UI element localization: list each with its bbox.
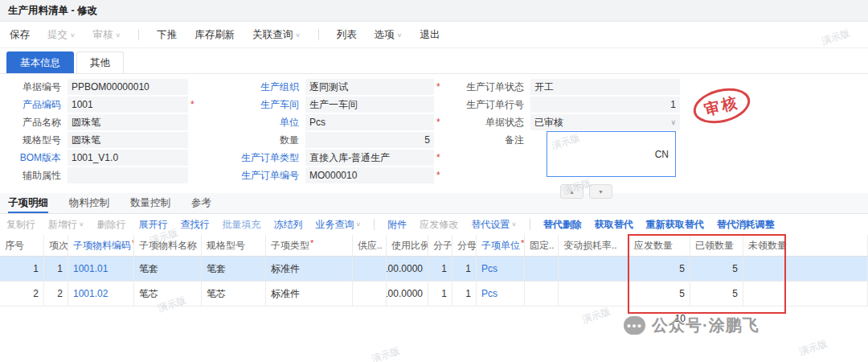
submit-button[interactable]: 提交∨ [47,28,76,42]
cell-unit[interactable]: Pcs [477,257,525,281]
product-name-field[interactable]: 圆珠笔 [68,114,188,130]
required-mark: * [521,238,524,248]
cell-unit[interactable]: Pcs [477,282,525,306]
form-row: 辅助属性 [5,167,188,183]
tab-other[interactable]: 其他 [76,51,124,73]
business-query-label: 业务查询 [316,218,354,232]
col-header-item[interactable]: 项次 [44,235,68,256]
freeze-column-button[interactable]: 冻结列 [274,218,303,232]
save-button[interactable]: 保存 [10,28,30,42]
prod-org-field[interactable]: 逐同测试 [305,79,434,95]
product-code-field[interactable]: 1001 [68,97,188,113]
copy-row-button[interactable]: 复制行 [6,218,35,232]
reget-substitute-button[interactable]: 重新获取替代 [646,218,704,232]
col-header-ratio[interactable]: 使用比例(%) [387,235,428,256]
expand-row-button[interactable]: 展开行 [139,218,168,232]
col-header-unreceived-qty[interactable]: 未领数量 [743,235,868,256]
mo-line-no-field[interactable]: 1 [530,97,680,113]
col-header-should-qty[interactable]: 应发数量 [629,235,690,256]
mo-type-label[interactable]: 生产订单类型 [238,151,305,165]
bom-version-field[interactable]: 1001_V1.0 [68,150,188,166]
find-row-button[interactable]: 查找行 [181,218,210,232]
col-header-denominator[interactable]: 分母 [452,235,477,256]
prod-org-label[interactable]: 生产组织 [238,80,305,94]
exit-button[interactable]: 退出 [420,28,440,42]
main-toolbar: 保存 提交∨ 审核∨ 下推 库存刷新 关联查询∨ 列表 选项∨ 退出 [0,22,868,48]
substitute-delete-button[interactable]: 替代删除 [543,218,582,232]
mo-status-field[interactable]: 开工 [530,79,680,95]
col-header-code[interactable]: 子项物料编码* [68,235,134,256]
tab-basic-info[interactable]: 基本信息 [6,51,74,73]
batch-fill-button[interactable]: 批量填充 [223,218,261,232]
chevron-down-icon: ∨ [511,221,517,227]
add-row-button[interactable]: 新增行∨ [48,218,84,232]
push-down-button[interactable]: 下推 [157,28,177,42]
cell-numerator: 1 [428,282,452,306]
spec-model-field[interactable]: 圆珠笔 [68,132,188,148]
col-header-type[interactable]: 子项类型* [266,235,353,256]
list-button[interactable]: 列表 [337,28,357,42]
required-mark: * [436,170,440,181]
doc-status-select[interactable]: 已审核∨ [530,114,680,130]
cell-spec: 笔芯 [202,282,266,306]
grid-total-row: 10 [0,306,868,331]
audit-button[interactable]: 审核∨ [93,28,121,42]
col-header-supply[interactable]: 供应.. [353,235,387,256]
col-header-received-qty[interactable]: 已领数量 [690,235,743,256]
bom-version-label[interactable]: BOM版本 [5,151,68,165]
attachment-button[interactable]: 附件 [387,218,407,232]
prod-workshop-field[interactable]: 生产一车间 [305,97,434,113]
scroll-up-button[interactable]: ▲ [560,184,583,199]
remark-value: CN [655,149,669,160]
col-header-seq[interactable]: 序号 [0,235,44,256]
col-header-numerator[interactable]: 分子 [428,235,452,256]
cell-code[interactable]: 1001.02 [68,282,134,306]
substitute-set-button[interactable]: 替代设置∨ [471,218,517,232]
col-header-varloss[interactable]: 变动损耗率.. [559,235,629,256]
form-row: 单据状态 已审核∨ [466,114,680,130]
col-header-name[interactable]: 子项物料名称 [134,235,202,256]
cell-ratio: 100.0000 [387,282,428,306]
business-query-button[interactable]: 业务查询∨ [316,218,362,232]
doc-no-field[interactable]: PPBOM00000010 [68,79,188,95]
form-row: 生产订单编号 MO000010 * [238,167,440,183]
toolbar-separator [530,219,530,230]
unit-label[interactable]: 单位 [238,116,305,130]
qty-field[interactable]: 5 [305,132,434,148]
spec-model-label: 规格型号 [5,134,68,147]
table-row[interactable]: 2 2 1001.02 笔芯 笔芯 标准件 100.0000 1 1 Pcs 5… [0,282,868,306]
cell-code[interactable]: 1001.01 [68,257,134,281]
cell-empty [134,306,202,331]
aux-attr-field[interactable] [68,167,188,183]
tab-material-control[interactable]: 物料控制 [69,193,109,213]
remark-textarea[interactable]: CN [547,131,676,177]
prod-workshop-label[interactable]: 生产车间 [238,98,305,112]
inventory-refresh-button[interactable]: 库存刷新 [194,28,235,42]
scroll-down-button[interactable]: ▼ [589,184,612,199]
related-query-button[interactable]: 关联查询∨ [252,28,301,42]
delete-row-button[interactable]: 删除行 [97,218,126,232]
remark-label: 备注 [466,134,530,147]
mo-no-label[interactable]: 生产订单编号 [238,169,305,183]
cell-empty [387,306,428,331]
mo-no-field[interactable]: MO000010 [305,167,434,183]
get-substitute-button[interactable]: 获取替代 [595,218,633,232]
doc-status-label: 单据状态 [466,116,530,130]
options-button[interactable]: 选项∨ [375,28,403,42]
should-send-modify-button[interactable]: 应发修改 [420,218,458,232]
tab-subitem-detail[interactable]: 子项明细 [8,193,48,213]
mo-type-field[interactable]: 直接入库-普通生产 [305,150,434,166]
col-header-fixed[interactable]: 固定.. [525,235,559,256]
unit-field[interactable]: Pcs [305,114,434,130]
substitute-consume-adjust-button[interactable]: 替代消耗调整 [717,218,775,232]
tab-reference[interactable]: 参考 [191,193,211,213]
tab-qty-control[interactable]: 数量控制 [130,193,170,213]
col-header-spec[interactable]: 规格型号 [202,235,266,256]
table-row[interactable]: 1 1 1001.01 笔套 笔套 标准件 100.0000 1 1 Pcs 5… [0,257,868,282]
cell-name: 笔芯 [134,282,202,306]
grid-toolbar: 复制行 新增行∨ 删除行 展开行 查找行 批量填充 冻结列 业务查询∨ 附件 应… [0,214,868,235]
product-code-label[interactable]: 产品编码 [5,98,68,112]
cell-varloss [559,282,629,306]
col-header-unit[interactable]: 子项单位* [477,235,525,256]
cell-seq: 2 [0,282,44,306]
